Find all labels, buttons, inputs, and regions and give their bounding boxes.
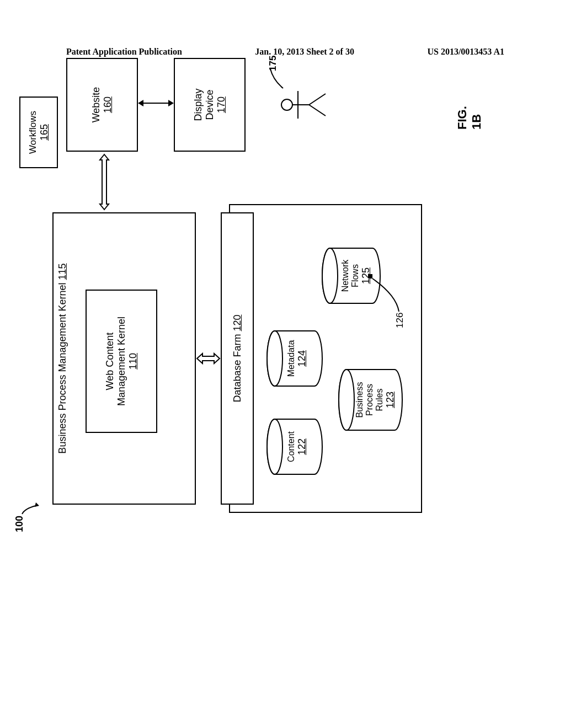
arrow-website-display bbox=[138, 98, 174, 109]
cylinder-metadata: Metadata 124 bbox=[273, 328, 323, 389]
db-farm-box: Database Farm 120 bbox=[221, 212, 254, 505]
arrow-bpm-db bbox=[196, 350, 221, 367]
db-farm-title: Database Farm 120 bbox=[232, 314, 243, 402]
diagram: 100 Business Process Management Kernel 1… bbox=[36, 163, 527, 538]
ref-175: 175 bbox=[268, 56, 279, 71]
system-ref: 100 bbox=[14, 516, 25, 532]
svg-marker-3 bbox=[168, 100, 174, 106]
arrow-bpm-website bbox=[97, 152, 119, 212]
svg-line-16 bbox=[309, 94, 326, 105]
header-right: US 2013/0013453 A1 bbox=[427, 47, 504, 57]
svg-marker-2 bbox=[138, 100, 143, 106]
cylinder-content: Content 122 bbox=[273, 416, 323, 477]
user-icon bbox=[279, 85, 328, 124]
leader-126 bbox=[371, 276, 402, 312]
svg-point-7 bbox=[267, 331, 282, 386]
workflows-box: Workflows 165 bbox=[19, 97, 58, 168]
bpm-title: Business Process Management Kernel 115 bbox=[57, 213, 68, 504]
ref-126: 126 bbox=[395, 313, 406, 328]
leader-100 bbox=[19, 500, 41, 517]
figure-label: FIG. 1B bbox=[455, 106, 484, 130]
svg-marker-0 bbox=[35, 502, 39, 507]
svg-line-15 bbox=[309, 105, 326, 116]
svg-point-11 bbox=[322, 248, 338, 303]
page-header: Patent Application Publication Jan. 10, … bbox=[0, 47, 565, 57]
website-box: Website 160 bbox=[66, 58, 138, 152]
display-device-box: Display Device 170 bbox=[174, 58, 246, 152]
svg-point-5 bbox=[267, 419, 282, 474]
svg-point-9 bbox=[339, 370, 354, 430]
cylinder-bpr: Business Process Rules 123 bbox=[345, 367, 395, 433]
svg-point-12 bbox=[281, 99, 292, 110]
header-left: Patent Application Publication bbox=[66, 47, 182, 57]
wcm-kernel-box: Web Content Management Kernel 110 bbox=[86, 290, 157, 433]
